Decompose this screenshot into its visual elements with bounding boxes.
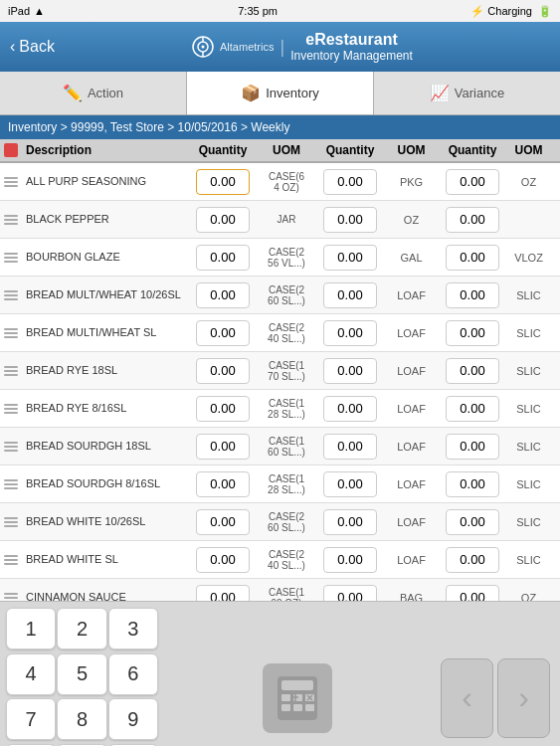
- quantity-input[interactable]: [196, 320, 250, 346]
- table-row: BREAD SOURDGH 8/16SL CASE(128 SL...) LOA…: [0, 466, 560, 503]
- drag-handle-icon: [4, 290, 22, 300]
- quantity3-input[interactable]: [446, 207, 499, 233]
- quantity3-input[interactable]: [446, 320, 499, 346]
- quantity2-input[interactable]: [323, 547, 377, 573]
- row-qty3[interactable]: [439, 394, 506, 424]
- row-qty1[interactable]: [189, 394, 257, 424]
- row-qty3[interactable]: [439, 507, 506, 537]
- row-uom1: CASE(256 VL...): [257, 245, 316, 271]
- quantity2-input[interactable]: [323, 434, 377, 460]
- prev-arrow-button[interactable]: ‹: [441, 658, 493, 738]
- drag-handle-icon: [4, 253, 22, 263]
- quantity-input[interactable]: [196, 282, 250, 308]
- quantity3-input[interactable]: [446, 169, 499, 195]
- key-2[interactable]: 2: [57, 608, 106, 650]
- quantity2-input[interactable]: [323, 207, 377, 233]
- quantity-input[interactable]: [196, 207, 250, 233]
- key-8[interactable]: 8: [57, 698, 106, 740]
- row-qty3[interactable]: [439, 545, 506, 575]
- quantity2-input[interactable]: [323, 169, 377, 195]
- key-7[interactable]: 7: [6, 698, 56, 740]
- quantity2-input[interactable]: [323, 471, 377, 497]
- quantity-input[interactable]: [196, 245, 250, 271]
- quantity3-input[interactable]: [446, 585, 499, 602]
- quantity-input[interactable]: [196, 396, 250, 422]
- row-qty3[interactable]: [439, 432, 506, 462]
- quantity3-input[interactable]: [446, 358, 499, 384]
- row-qty3[interactable]: [439, 356, 506, 386]
- quantity3-input[interactable]: [446, 547, 499, 573]
- row-qty1[interactable]: [189, 356, 257, 386]
- quantity3-input[interactable]: [446, 245, 499, 271]
- row-qty2[interactable]: [316, 583, 384, 602]
- row-qty2[interactable]: [316, 205, 384, 235]
- key-4[interactable]: 4: [6, 653, 56, 695]
- quantity2-input[interactable]: [323, 585, 377, 602]
- row-qty1[interactable]: [189, 280, 257, 310]
- quantity-input[interactable]: [196, 509, 250, 535]
- row-qty1[interactable]: [189, 545, 257, 575]
- quantity3-input[interactable]: [446, 396, 499, 422]
- key-3[interactable]: 3: [108, 608, 158, 650]
- back-button[interactable]: ‹ Back: [10, 38, 55, 56]
- row-qty1[interactable]: [189, 469, 257, 499]
- row-qty1[interactable]: [189, 432, 257, 462]
- row-uom2: PKG: [384, 176, 439, 188]
- row-qty3[interactable]: [439, 583, 506, 602]
- quantity-input[interactable]: [196, 434, 250, 460]
- row-qty3[interactable]: [439, 280, 506, 310]
- row-qty3[interactable]: [439, 469, 506, 499]
- row-qty2[interactable]: [316, 280, 384, 310]
- quantity2-input[interactable]: [323, 320, 377, 346]
- row-qty2[interactable]: [316, 167, 384, 197]
- row-qty1[interactable]: [189, 583, 257, 602]
- row-qty1[interactable]: [189, 243, 257, 273]
- row-qty2[interactable]: [316, 432, 384, 462]
- row-qty2[interactable]: [316, 507, 384, 537]
- quantity3-input[interactable]: [446, 282, 499, 308]
- next-arrow-button[interactable]: ›: [497, 658, 550, 738]
- key-1[interactable]: 1: [6, 608, 56, 650]
- tab-action[interactable]: ✏️ Action: [0, 72, 187, 114]
- row-uom1: CASE(64 OZ): [257, 169, 316, 195]
- row-qty2[interactable]: [316, 545, 384, 575]
- row-qty3[interactable]: [439, 243, 506, 273]
- row-qty2[interactable]: [316, 469, 384, 499]
- row-description: BREAD MULT/WHEAT 10/26SL: [22, 285, 189, 303]
- row-qty2[interactable]: [316, 356, 384, 386]
- quantity3-input[interactable]: [446, 434, 499, 460]
- row-qty2[interactable]: [316, 243, 384, 273]
- row-qty2[interactable]: [316, 394, 384, 424]
- key-9[interactable]: 9: [108, 698, 158, 740]
- row-uom2: LOAF: [384, 478, 439, 490]
- row-qty1[interactable]: [189, 318, 257, 348]
- quantity3-input[interactable]: [446, 471, 499, 497]
- row-qty1[interactable]: [189, 167, 257, 197]
- row-qty3[interactable]: [439, 167, 506, 197]
- row-qty2[interactable]: [316, 318, 384, 348]
- quantity2-input[interactable]: [323, 358, 377, 384]
- tab-variance[interactable]: 📈 Variance: [374, 72, 560, 114]
- quantity2-input[interactable]: [323, 396, 377, 422]
- quantity-input[interactable]: [196, 585, 250, 602]
- quantity3-input[interactable]: [446, 509, 499, 535]
- quantity-input[interactable]: [196, 471, 250, 497]
- calculator-icon[interactable]: [263, 663, 332, 733]
- quantity-input[interactable]: [196, 169, 250, 195]
- quantity2-input[interactable]: [323, 509, 377, 535]
- key-6[interactable]: 6: [108, 653, 158, 695]
- quantity2-input[interactable]: [323, 282, 377, 308]
- quantity-input[interactable]: [196, 547, 250, 573]
- table-row: BREAD MULTI/WHEAT SL CASE(240 SL...) LOA…: [0, 314, 560, 352]
- row-qty1[interactable]: [189, 205, 257, 235]
- row-qty3[interactable]: [439, 205, 506, 235]
- key-5[interactable]: 5: [57, 653, 106, 695]
- row-qty1[interactable]: [189, 507, 257, 537]
- quantity-input[interactable]: [196, 358, 250, 384]
- row-uom3: OZ: [506, 176, 551, 188]
- row-description: BLACK PEPPER: [22, 210, 189, 228]
- drag-handle-icon: [4, 593, 22, 602]
- row-qty3[interactable]: [439, 318, 506, 348]
- tab-inventory[interactable]: 📦 Inventory: [187, 72, 374, 114]
- quantity2-input[interactable]: [323, 245, 377, 271]
